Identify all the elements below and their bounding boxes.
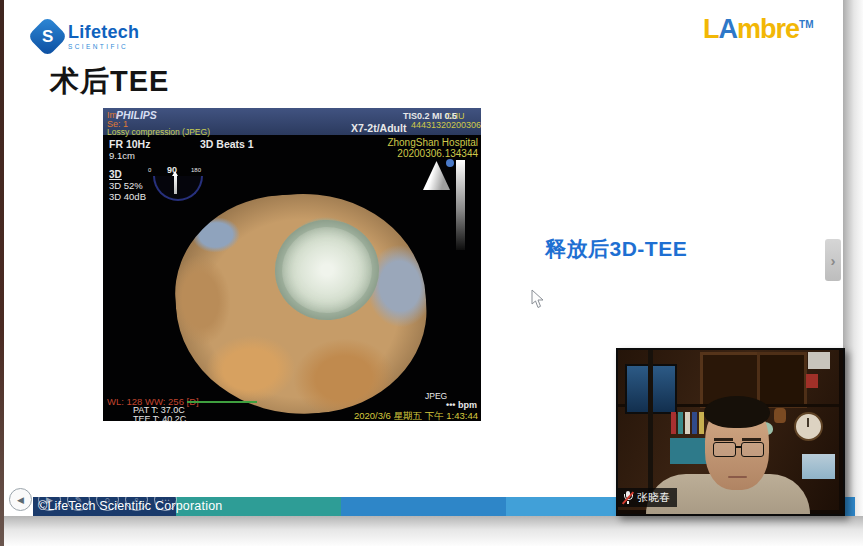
beats-label: 3D Beats 1 (200, 138, 254, 150)
ultrasound-image: Im PHILIPS Se: 1 Lossy compression (JPEG… (103, 108, 481, 421)
mouse-cursor-icon (531, 289, 545, 313)
footer-bar-segment (506, 497, 616, 516)
participant-name: 张晓春 (637, 490, 670, 505)
lifetech-logo-icon: S (27, 16, 68, 57)
gain-label: 3D 52% (109, 180, 143, 191)
next-slide-button[interactable]: › (825, 239, 841, 281)
jar (774, 408, 786, 423)
book-spines (671, 412, 704, 434)
tee-temp: TEE T: 40.2C (133, 414, 186, 424)
orientation-marker-dot (446, 159, 454, 167)
datetime-label: 2020/3/6 星期五 下午 1:43:44 (354, 410, 478, 423)
accession-number: 44431320200306 (411, 120, 481, 130)
hospital-name: ZhongShan Hospital (387, 137, 478, 148)
glasses-bridge (735, 446, 741, 448)
window-right-shadow (843, 0, 863, 546)
lifetech-logo: S Lifetech SCIENTIFIC (33, 22, 139, 51)
glasses-lens (713, 442, 736, 457)
clock (794, 412, 823, 441)
bpm-label: ••• bpm (446, 400, 477, 410)
participant-name-tag: 张晓春 (618, 488, 677, 507)
lambre-letter-l: L (703, 14, 719, 44)
mic-muted-icon (622, 491, 633, 505)
shelf-item (806, 374, 818, 388)
webcam-video-tile[interactable]: 张晓春 (616, 348, 845, 516)
mode-label: 3D (109, 169, 122, 180)
format-label: JPEG (425, 391, 447, 401)
depth-label: 9.1cm (109, 150, 135, 161)
slide-caption: 释放后3D-TEE (545, 235, 687, 263)
lambre-trademark: TM (799, 19, 813, 30)
next-control-button[interactable]: ▶ (38, 488, 61, 511)
shelf-item (802, 454, 835, 479)
shelf-item (670, 438, 708, 464)
glasses-lens (741, 442, 764, 457)
shelf-item (808, 352, 830, 369)
lifetech-name: Lifetech (68, 23, 139, 41)
participant-hair (704, 396, 770, 428)
laser-tool-button[interactable]: ○ (96, 488, 119, 511)
eyebrow (742, 438, 761, 441)
frame-rate: FR 10Hz (109, 138, 150, 150)
power-label: 3D 40dB (109, 191, 146, 202)
presentation-window: S Lifetech SCIENTIFIC LAmbreTM 术后TEE 释放后… (0, 0, 863, 546)
zoom-tool-button[interactable]: ⌕ (125, 488, 148, 511)
footer-bar-segment (341, 497, 506, 516)
ecg-baseline (187, 401, 257, 403)
lambre-logo: LAmbreTM (703, 14, 813, 45)
grayscale-bar (456, 160, 465, 250)
window-left-edge (0, 0, 4, 546)
lifetech-subtitle: SCIENTIFIC (68, 43, 139, 50)
probe-label: X7-2t/Adult (351, 122, 406, 134)
cabinet-door (757, 352, 807, 408)
lifetech-mark-glyph: S (42, 28, 53, 45)
lambre-letter-a: A (719, 14, 738, 44)
gauge-min: 0 (148, 167, 151, 173)
pen-tool-button[interactable]: ✎ (67, 488, 90, 511)
lambre-rest: mbre (737, 14, 799, 44)
window-bottom-shadow (4, 516, 863, 546)
dicom-compression: Lossy compression (JPEG) (107, 127, 210, 137)
shelf-pole (648, 350, 653, 510)
gauge-max: 180 (191, 167, 201, 173)
study-stamp: 20200306.134344 (397, 148, 478, 159)
slide-title: 术后TEE (50, 62, 169, 102)
plane-angle-gauge (153, 176, 203, 201)
more-options-button[interactable]: ⋯ (154, 488, 177, 511)
gauge-needle (174, 174, 177, 194)
mouth (728, 476, 747, 478)
prev-slide-button[interactable]: ◀ (9, 488, 32, 511)
eyebrow (714, 438, 733, 441)
